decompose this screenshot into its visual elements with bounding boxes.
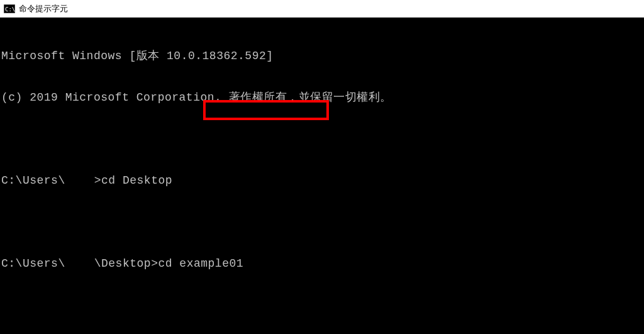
terminal-area[interactable]: Microsoft Windows [版本 10.0.18362.592] (c… xyxy=(0,18,644,334)
cmd-icon: C:\ xyxy=(4,4,15,14)
terminal-output: Microsoft Windows [版本 10.0.18362.592] xyxy=(1,49,643,63)
terminal-blank xyxy=(1,215,643,229)
redacted-user xyxy=(65,175,94,186)
terminal-prompt-line: C:\Users\>cd Desktop xyxy=(1,174,643,187)
window-title: 命令提示字元 xyxy=(19,3,68,14)
titlebar[interactable]: C:\ 命令提示字元 xyxy=(0,0,644,18)
redacted-user xyxy=(65,258,94,269)
terminal-blank xyxy=(1,132,643,146)
terminal-output: (c) 2019 Microsoft Corporation. 著作權所有，並保… xyxy=(1,91,643,104)
terminal-blank xyxy=(1,298,643,312)
terminal-prompt-line: C:\Users\\Desktop>cd example01 xyxy=(1,257,643,270)
svg-text:C:\: C:\ xyxy=(5,6,15,13)
